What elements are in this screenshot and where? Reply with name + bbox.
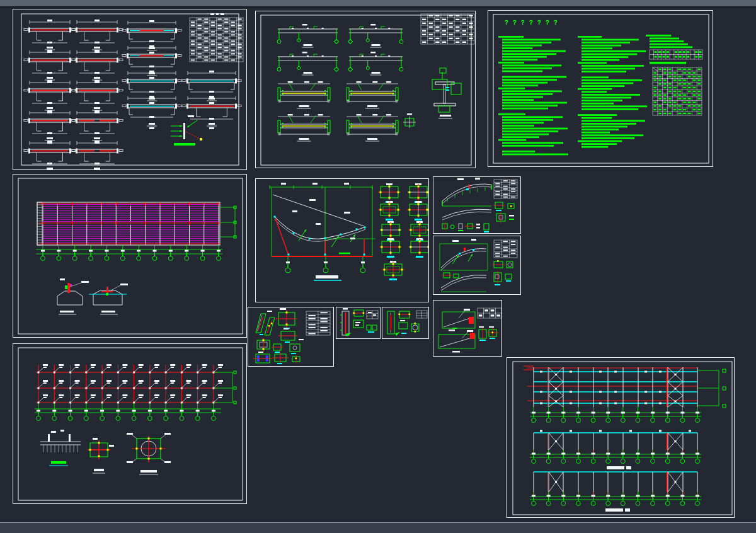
eave-detail-2 <box>89 284 128 314</box>
sheet-node-cluster[interactable] <box>248 307 334 367</box>
model-space-canvas[interactable]: ？？？？？？？ <box>0 8 756 522</box>
foundation-plan-drawing <box>13 344 246 503</box>
sheet-general-notes[interactable]: ？？？？？？？ <box>488 10 713 167</box>
sheet-arch-details-2[interactable] <box>433 236 521 295</box>
general-notes-drawing <box>488 11 713 166</box>
frame-node-details <box>378 183 428 280</box>
weld-symbol-legend <box>171 115 202 146</box>
connection-detail-3 <box>278 114 330 141</box>
foundation-section-detail <box>40 430 81 466</box>
elevation-1-caption <box>607 466 624 469</box>
connection-detail-1 <box>278 81 330 108</box>
elevation-2-caption <box>605 508 623 512</box>
small-details-a-drawing <box>336 307 380 338</box>
purlin-elevation-1 <box>277 24 339 47</box>
frame-section-drawing <box>256 179 428 302</box>
column-markers <box>38 364 223 404</box>
node-cluster-drawing <box>248 307 333 366</box>
side-details-2 <box>492 260 513 285</box>
small-details-b-drawing <box>382 307 428 338</box>
notes-text-column-2 <box>578 36 647 148</box>
connection-detail-4 <box>346 114 398 141</box>
bracing-elevations-drawing <box>507 358 734 517</box>
dimension-lines <box>35 409 221 413</box>
bracing-elevation-1 <box>530 430 701 470</box>
sheet-bracing-elevations[interactable] <box>507 357 735 518</box>
beam-schedule-table <box>190 18 243 62</box>
connection-detail-2 <box>346 81 398 108</box>
notes-text-column-3 <box>646 35 692 48</box>
purlin-elevation-3 <box>277 52 339 75</box>
ibeam-section-detail <box>432 68 461 118</box>
small-items-row <box>442 222 489 232</box>
bracing-elevation-2 <box>530 472 701 512</box>
sheet-purlin-details[interactable] <box>255 11 476 168</box>
sheet-purlin-plan[interactable] <box>13 174 247 338</box>
purlin-schedule-table <box>421 14 474 44</box>
tapered-members-drawing <box>433 301 501 356</box>
column-base-detail-large <box>127 433 171 474</box>
arch-details-1-drawing <box>433 177 520 233</box>
sheet-tapered-members[interactable] <box>433 300 502 357</box>
grid-bubbles <box>41 250 221 261</box>
column-base-detail-small <box>88 438 114 473</box>
side-details <box>493 202 514 223</box>
notes-text-column-1 <box>498 36 568 155</box>
purlin-elevation-4 <box>348 52 403 75</box>
sheet-small-details-a[interactable] <box>336 307 381 339</box>
frame-section-caption <box>316 275 338 278</box>
sheet-foundation-plan[interactable] <box>13 343 247 504</box>
sheet-arch-details-1[interactable] <box>433 176 521 234</box>
row-grid-lines <box>38 203 220 244</box>
purlin-elevation-2 <box>348 24 403 47</box>
purlin-details-drawing <box>256 11 475 168</box>
window-top-bar <box>0 0 756 8</box>
purlin-plan-drawing <box>13 175 246 337</box>
sheet-frame-section[interactable] <box>255 178 429 302</box>
status-bar <box>0 522 756 533</box>
small-plate-detail <box>403 113 416 128</box>
dimension-lines <box>36 249 222 254</box>
grid-bubbles <box>37 410 216 421</box>
roof-bracing-plan <box>524 366 726 423</box>
arch-details-2-drawing <box>433 236 520 294</box>
beam-details-left <box>24 20 123 169</box>
beam-details-drawing <box>13 9 246 169</box>
frame-grid-bubbles <box>285 261 365 273</box>
sheet-small-details-b[interactable] <box>382 307 429 339</box>
sheet-beam-section-details[interactable] <box>13 9 247 170</box>
eave-detail-1 <box>57 278 89 314</box>
